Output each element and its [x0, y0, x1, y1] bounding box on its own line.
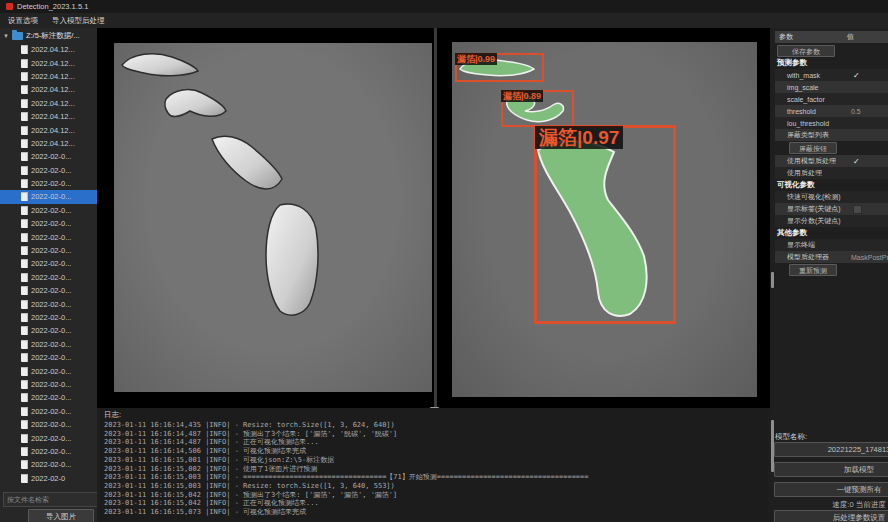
param-row[interactable]: threshold0.5 — [775, 105, 888, 117]
list-item[interactable]: 2022-02-0... — [0, 217, 97, 230]
list-item[interactable]: 2022-02-0... — [0, 378, 97, 391]
list-item[interactable]: 2022.04.12... — [0, 110, 97, 123]
list-item[interactable]: 2022-02-0... — [0, 244, 97, 257]
save-params-button[interactable]: 保存参数 — [777, 45, 835, 57]
list-item[interactable]: 2022-02-0... — [0, 405, 97, 418]
file-icon — [21, 259, 28, 268]
param-rows: 预测参数with_mask✓img_scalescale_factorthres… — [775, 57, 888, 277]
param-row[interactable]: 显示终端 — [775, 239, 888, 251]
load-model-button[interactable]: 加载模型 — [774, 462, 888, 477]
file-icon — [21, 353, 28, 362]
postprocess-settings-button[interactable]: 后处理参数设置 — [774, 510, 888, 522]
list-item[interactable]: 2022-02-0... — [0, 338, 97, 351]
param-section-title: 可视化参数 — [775, 179, 888, 191]
chevron-down-icon[interactable]: ▼ — [3, 33, 9, 39]
file-name: 2022-02-0... — [31, 233, 71, 242]
list-item[interactable]: 2022-02-0... — [0, 177, 97, 190]
menu-item-settings[interactable]: 设置选项 — [8, 16, 38, 26]
prediction-image-panel[interactable]: 漏箔|0.99 漏箔|0.89 漏箔|0.97 — [452, 42, 757, 397]
file-name: 2022-02-0... — [31, 340, 71, 349]
list-item[interactable]: 2022-02-0... — [0, 150, 97, 163]
log-line: 2023-01-11 16:16:15,073 |INFO| - 可视化预测结果… — [104, 508, 766, 517]
predict-all-button[interactable]: 一键预测所有 — [774, 482, 888, 497]
param-row[interactable]: 模型后处理器MaskPostPro — [775, 251, 888, 263]
file-name: 2022-02-0... — [31, 447, 71, 456]
file-icon — [21, 166, 28, 175]
param-label: img_scale — [775, 84, 819, 91]
file-name: 2022.04.12... — [31, 99, 75, 108]
detection-label: 漏箔|0.97 — [535, 126, 623, 149]
param-row[interactable]: 屏蔽类型列表 — [775, 129, 888, 141]
list-item[interactable]: 2022-02-0... — [0, 164, 97, 177]
list-item[interactable]: 2022-02-0... — [0, 257, 97, 270]
file-icon — [21, 393, 28, 402]
list-item[interactable]: 2022.04.12... — [0, 123, 97, 136]
file-name: 2022-02-0... — [31, 259, 71, 268]
param-action-button[interactable]: 屏蔽按钮 — [789, 142, 837, 154]
model-name-label: 模型名称: — [775, 432, 807, 442]
list-item[interactable]: 2022-02-0... — [0, 230, 97, 243]
list-item[interactable]: 2022-02-0... — [0, 190, 97, 203]
param-action-button[interactable]: 重新预测 — [789, 264, 837, 276]
file-icon — [21, 152, 28, 161]
list-item[interactable]: 2022.04.12... — [0, 83, 97, 96]
model-name-field[interactable]: 20221225_174813 — [774, 442, 888, 457]
list-item[interactable]: 2022-02-0... — [0, 297, 97, 310]
file-name: 2022-02-0... — [31, 273, 71, 282]
list-item[interactable]: 2022.04.12... — [0, 43, 97, 56]
param-row[interactable]: scale_factor — [775, 93, 888, 105]
list-item[interactable]: 2022-02-0... — [0, 311, 97, 324]
scrollbar-thumb[interactable] — [771, 272, 774, 288]
list-item[interactable]: 2022-02-0... — [0, 204, 97, 217]
param-row[interactable]: 使用后处理 — [775, 167, 888, 179]
list-item[interactable]: 2022-02-0... — [0, 284, 97, 297]
param-label: threshold — [775, 108, 816, 115]
check-icon[interactable]: ✓ — [853, 157, 860, 166]
param-label: 屏蔽类型列表 — [775, 130, 829, 140]
param-row[interactable]: iou_threshold — [775, 117, 888, 129]
file-icon — [21, 45, 28, 54]
param-row[interactable]: with_mask✓ — [775, 69, 888, 81]
log-line: 2023-01-11 16:16:14,435 |INFO| - Resize:… — [104, 421, 766, 430]
list-item[interactable]: 2022.04.12... — [0, 97, 97, 110]
detection-label: 漏箔|0.89 — [501, 90, 543, 102]
file-icon — [21, 273, 28, 282]
menu-bar: 设置选项 导入模型后处理 — [0, 13, 888, 28]
param-row[interactable]: img_scale — [775, 81, 888, 93]
param-row[interactable]: 快速可视化(检测) — [775, 191, 888, 203]
param-row[interactable]: 显示标签(关键点) — [775, 203, 888, 215]
log-lines[interactable]: 2023-01-11 16:16:14,435 |INFO| - Resize:… — [104, 421, 766, 517]
list-item[interactable]: 2022.04.12... — [0, 137, 97, 150]
list-item[interactable]: 2022-02-0... — [0, 458, 97, 471]
file-icon — [21, 192, 28, 201]
file-name: 2022.04.12... — [31, 126, 75, 135]
original-image-panel[interactable] — [114, 43, 432, 392]
panel-divider[interactable] — [434, 28, 437, 408]
file-icon — [21, 340, 28, 349]
list-item[interactable]: 2022-02-0... — [0, 445, 97, 458]
tree-root-folder[interactable]: ▼ Z:/5-标注数据/... — [0, 28, 97, 43]
search-input[interactable] — [3, 492, 97, 507]
list-item[interactable]: 2022-02-0... — [0, 271, 97, 284]
list-item[interactable]: 2022-02-0... — [0, 351, 97, 364]
list-item[interactable]: 2022-02-0... — [0, 324, 97, 337]
file-icon — [21, 380, 28, 389]
file-name: 2022-02-0... — [31, 434, 71, 443]
param-row[interactable]: 使用模型后处理✓ — [775, 155, 888, 167]
check-icon[interactable]: ✓ — [853, 71, 860, 80]
progress-text: 速度:0 当前进度 — [774, 500, 888, 510]
list-item[interactable]: 2022-02-0... — [0, 391, 97, 404]
list-item[interactable]: 2022.04.12... — [0, 70, 97, 83]
param-row[interactable]: 显示分数(关键点) — [775, 215, 888, 227]
checkbox[interactable] — [853, 205, 862, 214]
menu-item-import-postprocess[interactable]: 导入模型后处理 — [52, 16, 105, 26]
list-item[interactable]: 2022-02-0... — [0, 364, 97, 377]
list-item[interactable]: 2022-02-0... — [0, 418, 97, 431]
list-item[interactable]: 2022-02-0... — [0, 431, 97, 444]
import-image-button[interactable]: 导入图片 — [28, 509, 94, 522]
list-item[interactable]: 2022.04.12... — [0, 56, 97, 69]
list-item[interactable]: 2022-02-0 — [0, 472, 97, 485]
param-section-title: 其他参数 — [775, 227, 888, 239]
param-label: 显示标签(关键点) — [775, 204, 841, 214]
file-icon — [21, 206, 28, 215]
